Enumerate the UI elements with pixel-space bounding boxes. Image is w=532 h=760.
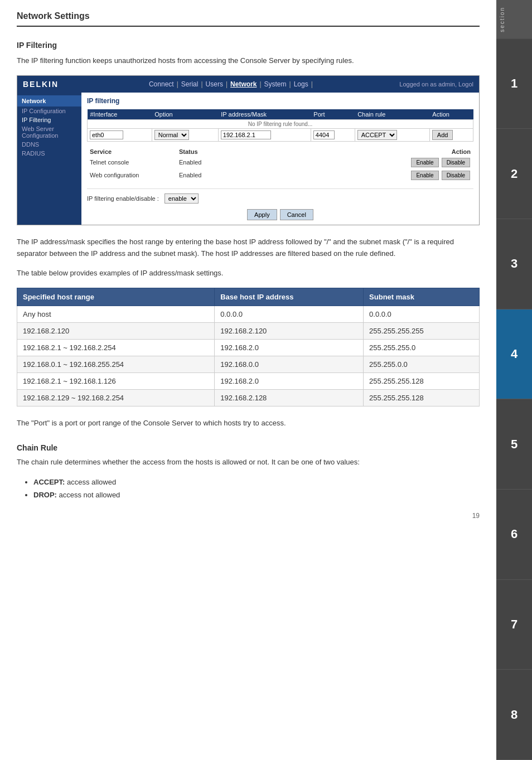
option-select[interactable]: Normal — [154, 130, 189, 140]
table-row: 192.168.0.1 ~ 192.168.255.254 192.168.0.… — [17, 356, 480, 373]
table-row: 192.168.2.1 ~ 192.168.1.126 192.168.2.0 … — [17, 373, 480, 390]
port-description: The "Port" is a port or port range of th… — [17, 418, 480, 429]
examples-col-host-range: Specified host range — [17, 288, 215, 306]
enable-section: IP filtering enable/disable : enable dis… — [87, 188, 473, 204]
cell-host-range: 192.168.2.1 ~ 192.168.2.254 — [17, 340, 215, 356]
nav-connect[interactable]: Connect — [147, 79, 176, 89]
accept-term: ACCEPT: — [33, 478, 65, 486]
section-1[interactable]: 1 — [496, 39, 532, 129]
service-row-web: Web configuration Enabled Enable Disable — [87, 169, 473, 182]
row-interface — [88, 128, 152, 141]
ip-filter-table: #Interface Option IP address/Mask Port C… — [87, 109, 473, 142]
row-port — [311, 128, 355, 141]
router-nav: Connect | Serial | Users | Network | Sys… — [145, 79, 313, 89]
cell-host-range: 192.168.2.120 — [17, 323, 215, 340]
cell-base-ip: 192.168.0.0 — [215, 356, 364, 373]
cell-base-ip: 0.0.0.0 — [215, 306, 364, 323]
chain-rule-bullets: ACCEPT: access allowed DROP: access not … — [33, 477, 480, 501]
cell-host-range: 192.168.0.1 ~ 192.168.255.254 — [17, 356, 215, 373]
section-2[interactable]: 2 — [496, 129, 532, 219]
service-row-telnet: Telnet console Enabled Enable Disable — [87, 156, 473, 169]
cell-subnet: 255.255.255.255 — [364, 323, 480, 340]
service-web-name: Web configuration — [87, 169, 176, 182]
table-row: 192.168.2.129 ~ 192.168.2.254 192.168.2.… — [17, 390, 480, 406]
ip-filtering-panel-title: IP filtering — [87, 97, 473, 105]
page-title: Network Settings — [17, 11, 480, 27]
nav-serial[interactable]: Serial — [179, 79, 201, 89]
services-section: Service Status Action Telnet console Ena… — [87, 147, 473, 182]
enable-select[interactable]: enable disable — [165, 193, 199, 204]
cell-host-range: 192.168.2.1 ~ 192.168.1.126 — [17, 373, 215, 390]
row-ip — [218, 128, 311, 141]
router-body: Network IP Configuration IP Filtering We… — [17, 93, 479, 225]
nav-system[interactable]: System — [262, 79, 289, 89]
router-panel: BELKIN Connect | Serial | Users | Networ… — [17, 75, 480, 225]
sidebar-item-web-server[interactable]: Web Server Configuration — [17, 124, 81, 140]
nav-logs[interactable]: Logs — [292, 79, 311, 89]
web-enable-button[interactable]: Enable — [411, 171, 438, 180]
drop-term: DROP: — [33, 491, 57, 499]
col-port: Port — [311, 109, 355, 120]
cell-subnet: 0.0.0.0 — [364, 306, 480, 323]
cell-host-range: 192.168.2.129 ~ 192.168.2.254 — [17, 390, 215, 406]
service-col-header: Service — [87, 147, 176, 156]
cell-subnet: 255.255.255.128 — [364, 373, 480, 390]
examples-col-subnet: Subnet mask — [364, 288, 480, 306]
service-telnet-status: Enabled — [176, 156, 243, 169]
cell-base-ip: 192.168.2.0 — [215, 373, 364, 390]
telnet-disable-button[interactable]: Disable — [442, 158, 470, 167]
section-8[interactable]: 8 — [496, 670, 532, 760]
telnet-enable-button[interactable]: Enable — [411, 158, 438, 167]
nav-users[interactable]: Users — [204, 79, 225, 89]
sidebar-item-ip-filtering[interactable]: IP Filtering — [17, 115, 81, 124]
section-6[interactable]: 6 — [496, 490, 532, 580]
cell-base-ip: 192.168.2.120 — [215, 323, 364, 340]
cancel-button[interactable]: Cancel — [280, 209, 313, 220]
cell-subnet: 255.255.255.128 — [364, 390, 480, 406]
ip-input[interactable] — [221, 130, 271, 139]
cell-base-ip: 192.168.2.128 — [215, 390, 364, 406]
col-ip-mask: IP address/Mask — [218, 109, 311, 120]
col-action: Action — [429, 109, 473, 120]
col-chain-rule: Chain rule — [355, 109, 429, 120]
chain-rule-select[interactable]: ACCEPT DROP — [357, 130, 397, 140]
section-sidebar-label: section — [496, 0, 532, 39]
row-chain: ACCEPT DROP — [355, 128, 429, 141]
table-row: Any host 0.0.0.0 0.0.0.0 — [17, 306, 480, 323]
page-number: 19 — [17, 512, 480, 520]
chain-rule-heading: Chain Rule — [17, 443, 480, 452]
sidebar-item-radius[interactable]: RADIUS — [17, 149, 81, 158]
bullet-accept: ACCEPT: access allowed — [33, 477, 480, 488]
col-interface: #Interface — [88, 109, 152, 120]
section-3[interactable]: 3 — [496, 219, 532, 309]
section-sidebar: section 1 2 3 4 5 6 7 8 — [496, 0, 532, 760]
status-col-header: Status — [176, 147, 243, 156]
service-telnet-actions: Enable Disable — [243, 156, 473, 169]
table-row: 192.168.2.120 192.168.2.120 255.255.255.… — [17, 323, 480, 340]
section-5[interactable]: 5 — [496, 399, 532, 490]
sidebar-item-ddns[interactable]: DDNS — [17, 140, 81, 149]
belkin-logo: BELKIN — [23, 80, 59, 89]
row-add: Add — [429, 128, 473, 141]
apply-cancel-row: Apply Cancel — [87, 209, 473, 220]
chain-rule-description: The chain rule determines whether the ac… — [17, 457, 480, 468]
cell-base-ip: 192.168.2.0 — [215, 340, 364, 356]
sidebar-item-ip-configuration[interactable]: IP Configuration — [17, 107, 81, 115]
table-intro: The table below provides examples of IP … — [17, 268, 480, 279]
enable-label: IP filtering enable/disable : — [87, 195, 159, 202]
ip-mask-description: The IP address/mask specifies the host r… — [17, 236, 480, 260]
apply-button[interactable]: Apply — [247, 209, 277, 220]
examples-table: Specified host range Base host IP addres… — [17, 288, 480, 406]
bullet-drop: DROP: access not allowed — [33, 490, 480, 501]
add-button[interactable]: Add — [432, 130, 453, 140]
ip-filtering-heading: IP Filtering — [17, 41, 480, 50]
port-input[interactable] — [313, 130, 335, 139]
nav-network[interactable]: Network — [228, 79, 259, 89]
web-disable-button[interactable]: Disable — [442, 171, 470, 180]
section-7[interactable]: 7 — [496, 580, 532, 670]
router-sidebar: Network IP Configuration IP Filtering We… — [17, 93, 81, 225]
action-col-header: Action — [243, 147, 473, 156]
section-4[interactable]: 4 — [496, 309, 532, 400]
interface-input[interactable] — [90, 130, 123, 139]
service-web-status: Enabled — [176, 169, 243, 182]
